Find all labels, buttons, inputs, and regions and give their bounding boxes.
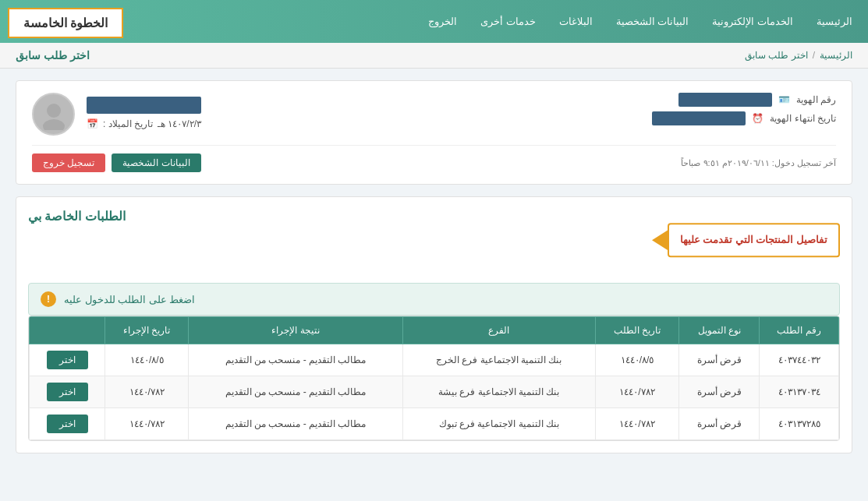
profile-buttons: البيانات الشخصية تسجيل خروج — [32, 153, 201, 172]
tooltip-box: تفاصيل المنتجات التي تقدمت عليها — [668, 223, 840, 257]
dob-label: تاريخ الميلاد : — [103, 118, 153, 129]
expiry-value — [652, 111, 746, 125]
expiry-field: تاريخ انتهاء الهوية ⏰ — [652, 111, 836, 125]
cell-select[interactable]: اختر — [30, 408, 105, 440]
select-button[interactable]: اختر — [47, 415, 88, 433]
nav-personal[interactable]: البيانات الشخصية — [616, 16, 689, 27]
nav-other[interactable]: خدمات أخرى — [480, 16, 536, 27]
cell-finance-type: قرض أسرة — [679, 408, 760, 440]
cell-request-no: ٤٠٣٧٤٤٠٣٢ — [760, 344, 839, 376]
last-login: آخر تسجيل دخول: ٢٠١٩/٠٦/١١م ٩:٥١ صباحاً — [681, 158, 836, 168]
avatar — [32, 93, 75, 136]
col-result: نتيجة الإجراء — [189, 317, 402, 344]
section-title: الطلبات الخاصة بي — [28, 209, 126, 224]
cell-select[interactable]: اختر — [30, 344, 105, 376]
cell-branch: بنك التنمية الاجتماعية فرع الخرج — [402, 344, 595, 376]
logout-button[interactable]: تسجيل خروج — [32, 153, 105, 172]
id-value — [678, 93, 772, 107]
cell-action-date: ١٤٤٠/٧٨٢ — [105, 376, 189, 408]
page-title: اختر طلب سابق — [16, 49, 90, 62]
main-content: تفاصيل المنتجات التي تقدمت عليها الطلبات… — [16, 196, 852, 453]
personal-data-button[interactable]: البيانات الشخصية — [112, 153, 200, 172]
cell-request-date: ١٤٤٠/٧٨٢ — [595, 408, 678, 440]
table-row: ٤٠٣١٣٧٢٨٥ قرض أسرة ١٤٤٠/٧٨٢ بنك التنمية … — [30, 408, 839, 440]
breadcrumb-separator: / — [813, 50, 815, 61]
profile-name — [87, 97, 201, 114]
table-row: ٤٠٣١٣٧٠٣٤ قرض أسرة ١٤٤٠/٧٨٢ بنك التنمية … — [30, 376, 839, 408]
dob-value: ١٤٠٧/٢/٣ هـ — [158, 118, 201, 129]
step-badge: الخطوة الخامسة — [8, 8, 123, 38]
col-request-date: تاريخ الطلب — [595, 317, 678, 344]
cell-branch: بنك التنمية الاجتماعية فرع تبوك — [402, 408, 595, 440]
profile-card: رقم الهوية 🪪 تاريخ انتهاء الهوية ⏰ ١٤٠٧/… — [16, 80, 852, 185]
col-finance-type: نوع التمويل — [679, 317, 760, 344]
breadcrumb: الرئيسية / اختر طلب سابق اختر طلب سابق — [0, 43, 868, 69]
table-wrapper: رقم الطلب نوع التمويل تاريخ الطلب الفرع … — [28, 316, 840, 441]
nav-eservices[interactable]: الخدمات الإلكترونية — [712, 16, 793, 27]
cell-result: مطالب التقديم - منسحب من التقديم — [189, 344, 402, 376]
profile-fields: رقم الهوية 🪪 تاريخ انتهاء الهوية ⏰ — [652, 93, 836, 125]
breadcrumb-home[interactable]: الرئيسية — [820, 50, 852, 61]
nav-home[interactable]: الرئيسية — [817, 16, 852, 27]
cell-request-no: ٤٠٣١٣٧٢٨٥ — [760, 408, 839, 440]
cell-result: مطالب التقديم - منسحب من التقديم — [189, 408, 402, 440]
cell-finance-type: قرض أسرة — [679, 344, 760, 376]
table-body: ٤٠٣٧٤٤٠٣٢ قرض أسرة ١٤٤٠/٨/٥ بنك التنمية … — [30, 344, 839, 440]
cell-branch: بنك التنمية الاجتماعية فرع بيشة — [402, 376, 595, 408]
breadcrumb-current[interactable]: اختر طلب سابق — [745, 50, 808, 61]
id-label: رقم الهوية — [796, 94, 836, 105]
nav-reports[interactable]: البلاغات — [559, 16, 593, 27]
cell-select[interactable]: اختر — [30, 376, 105, 408]
cell-action-date: ١٤٤٠/٧٨٢ — [105, 408, 189, 440]
cell-request-no: ٤٠٣١٣٧٠٣٤ — [760, 376, 839, 408]
nav-logout[interactable]: الخروج — [428, 16, 457, 27]
col-request-no: رقم الطلب — [760, 317, 839, 344]
cell-finance-type: قرض أسرة — [679, 376, 760, 408]
select-button[interactable]: اختر — [47, 351, 88, 369]
cell-request-date: ١٤٤٠/٨/٥ — [595, 344, 678, 376]
section-header: اضغط على الطلب للدخول عليه ! — [28, 283, 840, 316]
profile-right: ١٤٠٧/٢/٣ هـ تاريخ الميلاد : 📅 — [32, 93, 201, 136]
id-field: رقم الهوية 🪪 — [652, 93, 836, 107]
calendar-icon: 📅 — [87, 118, 98, 129]
expiry-label: تاريخ انتهاء الهوية — [770, 113, 836, 124]
clock-icon: ⏰ — [752, 113, 763, 124]
svg-point-1 — [43, 119, 65, 130]
cell-action-date: ١٤٤٠/٨/٥ — [105, 344, 189, 376]
header-text: اضغط على الطلب للدخول عليه — [64, 294, 195, 305]
select-button[interactable]: اختر — [47, 383, 88, 401]
requests-table: رقم الطلب نوع التمويل تاريخ الطلب الفرع … — [29, 316, 839, 440]
table-row: ٤٠٣٧٤٤٠٣٢ قرض أسرة ١٤٤٠/٨/٥ بنك التنمية … — [30, 344, 839, 376]
table-head: رقم الطلب نوع التمويل تاريخ الطلب الفرع … — [30, 317, 839, 344]
col-action-date: تاريخ الإجراء — [105, 317, 189, 344]
profile-footer: آخر تسجيل دخول: ٢٠١٩/٠٦/١١م ٩:٥١ صباحاً … — [32, 145, 836, 172]
requests-section: تفاصيل المنتجات التي تقدمت عليها الطلبات… — [16, 196, 852, 453]
cell-request-date: ١٤٤٠/٧٨٢ — [595, 376, 678, 408]
col-branch: الفرع — [402, 317, 595, 344]
col-action — [30, 317, 105, 344]
exclamation-icon: ! — [41, 291, 56, 307]
avatar-svg — [38, 99, 69, 130]
id-icon: 🪪 — [778, 94, 790, 105]
navbar: الرئيسية الخدمات الإلكترونية البيانات ال… — [0, 0, 868, 43]
svg-point-0 — [47, 104, 61, 118]
profile-info: ١٤٠٧/٢/٣ هـ تاريخ الميلاد : 📅 — [87, 97, 201, 132]
cell-result: مطالب التقديم - منسحب من التقديم — [189, 376, 402, 408]
